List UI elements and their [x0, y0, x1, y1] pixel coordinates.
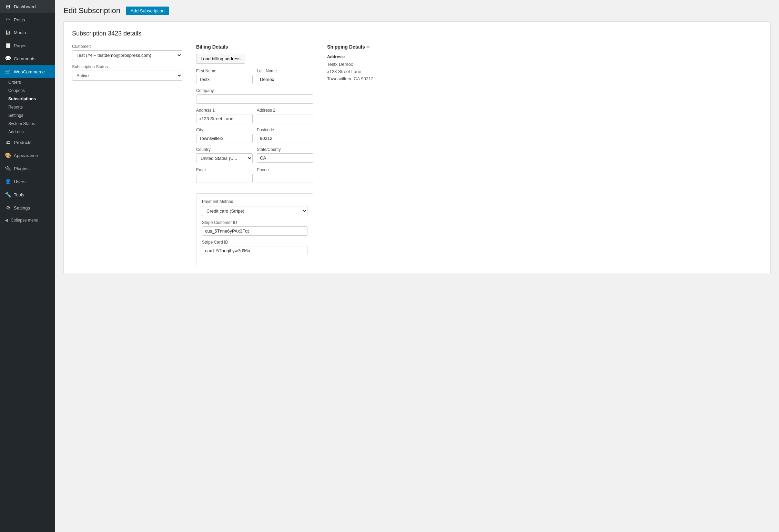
- address2-input[interactable]: [257, 114, 313, 123]
- stripe-card-id-input[interactable]: [202, 246, 307, 255]
- comments-icon: 💬: [5, 55, 11, 62]
- payment-method-select[interactable]: Credit card (Stripe): [202, 206, 307, 216]
- billing-title: Billing Details: [196, 44, 313, 50]
- sidebar-item-comments[interactable]: 💬 Comments: [0, 52, 55, 65]
- sidebar-item-pages[interactable]: 📋 Pages: [0, 39, 55, 52]
- stripe-card-id-label: Stripe Card ID: [202, 240, 307, 245]
- sidebar-item-posts[interactable]: ✏ Posts: [0, 13, 55, 26]
- city-field: City: [196, 127, 253, 143]
- first-name-field: First Name: [196, 69, 253, 84]
- address2-label: Address 2: [257, 108, 313, 113]
- stripe-customer-id-field: Stripe Customer ID: [202, 220, 307, 236]
- sidebar-item-users[interactable]: 👤 Users: [0, 175, 55, 188]
- shipping-edit-icon[interactable]: ✏: [366, 44, 370, 50]
- phone-field: Phone: [257, 167, 313, 183]
- users-icon: 👤: [5, 178, 11, 185]
- appearance-icon: 🎨: [5, 152, 11, 158]
- address2-field: Address 2: [257, 108, 313, 123]
- email-phone-row: Email Phone: [196, 167, 313, 187]
- page-header: Edit Subscription Add Subscription: [63, 6, 771, 15]
- posts-icon: ✏: [5, 17, 11, 23]
- address1-label: Address 1: [196, 108, 253, 113]
- shipping-street: x123 Street Lane: [327, 69, 361, 74]
- sidebar-item-products[interactable]: 🏷 Products: [0, 136, 55, 149]
- customer-select[interactable]: Test (#4 – testdemo@prospress.com): [72, 50, 182, 60]
- subscription-card-title: Subscription 3423 details: [72, 30, 762, 37]
- shipping-title: Shipping Details: [327, 44, 365, 50]
- sidebar-item-add-ons[interactable]: Add-ons: [5, 128, 55, 136]
- sidebar-item-settings[interactable]: ⚙ Settings: [0, 201, 55, 214]
- country-state-row: Country United States (U... State/County: [196, 147, 313, 167]
- city-label: City: [196, 127, 253, 132]
- stripe-customer-id-label: Stripe Customer ID: [202, 220, 307, 225]
- payment-method-field: Credit card (Stripe): [202, 206, 307, 216]
- products-icon: 🏷: [5, 140, 11, 145]
- last-name-input[interactable]: [257, 75, 313, 84]
- form-left-section: Customer: Test (#4 – testdemo@prospress.…: [72, 44, 182, 265]
- status-field-group: Subscription Status: Active: [72, 64, 182, 81]
- sidebar-item-tools[interactable]: 🔧 Tools: [0, 188, 55, 201]
- sidebar-item-woo-settings[interactable]: Settings: [5, 111, 55, 120]
- email-field: Email: [196, 167, 253, 183]
- sidebar: ⊞ Dashboard ✏ Posts 🖼 Media 📋 Pages 💬 Co…: [0, 0, 55, 532]
- last-name-field: Last Name: [257, 69, 313, 84]
- pages-icon: 📋: [5, 42, 11, 49]
- address-row: Address 1 Address 2: [196, 108, 313, 127]
- postcode-label: Postcode: [257, 127, 313, 132]
- shipping-city-state-zip: Townsvillerx, CA 90212: [327, 76, 373, 81]
- plugins-icon: 🔌: [5, 165, 11, 172]
- first-name-input[interactable]: [196, 75, 253, 84]
- shipping-section: Shipping Details ✏ Address: Testx Demox …: [327, 44, 403, 265]
- billing-name-row: First Name Last Name: [196, 69, 313, 88]
- collapse-icon: ◀: [5, 218, 8, 223]
- address1-field: Address 1: [196, 108, 253, 123]
- main-content: Edit Subscription Add Subscription Subsc…: [55, 0, 779, 532]
- sidebar-item-plugins[interactable]: 🔌 Plugins: [0, 162, 55, 175]
- phone-label: Phone: [257, 167, 313, 172]
- load-billing-button[interactable]: Load billing address: [196, 54, 245, 64]
- sidebar-item-reports[interactable]: Reports: [5, 103, 55, 111]
- postcode-input[interactable]: [257, 134, 313, 143]
- email-input[interactable]: [196, 174, 253, 183]
- status-label: Subscription Status:: [72, 64, 182, 69]
- sidebar-item-woocommerce[interactable]: 🛒 WooCommerce: [0, 65, 55, 78]
- sidebar-item-system-status[interactable]: System Status: [5, 120, 55, 128]
- phone-input[interactable]: [257, 174, 313, 183]
- dashboard-icon: ⊞: [5, 3, 11, 10]
- woocommerce-icon: 🛒: [5, 69, 11, 75]
- address1-input[interactable]: [196, 114, 253, 123]
- collapse-menu-button[interactable]: ◀ Collapse menu: [0, 214, 55, 226]
- stripe-customer-id-input[interactable]: [202, 226, 307, 236]
- country-field: Country United States (U...: [196, 147, 253, 163]
- country-label: Country: [196, 147, 253, 152]
- subscription-card: Subscription 3423 details Customer: Test…: [63, 21, 771, 274]
- shipping-address-label: Address:: [327, 54, 403, 60]
- city-postcode-row: City Postcode: [196, 127, 313, 147]
- payment-method-box: Payment Method: Credit card (Stripe) Str…: [196, 193, 313, 265]
- add-subscription-button[interactable]: Add Subscription: [126, 7, 169, 15]
- state-field: State/County: [257, 147, 313, 163]
- country-select[interactable]: United States (U...: [196, 153, 253, 163]
- status-select[interactable]: Active: [72, 71, 182, 81]
- state-input[interactable]: [257, 153, 313, 163]
- payment-method-label: Payment Method:: [202, 199, 307, 204]
- sidebar-item-media[interactable]: 🖼 Media: [0, 26, 55, 39]
- shipping-name: Testx Demox: [327, 62, 353, 67]
- sidebar-item-dashboard[interactable]: ⊞ Dashboard: [0, 0, 55, 13]
- email-label: Email: [196, 167, 253, 172]
- first-name-label: First Name: [196, 69, 253, 73]
- state-label: State/County: [257, 147, 313, 152]
- sidebar-item-coupons[interactable]: Coupons: [5, 86, 55, 95]
- media-icon: 🖼: [5, 30, 11, 35]
- sidebar-item-appearance[interactable]: 🎨 Appearance: [0, 149, 55, 162]
- sidebar-item-orders[interactable]: Orders: [5, 78, 55, 86]
- company-field: Company: [196, 88, 313, 104]
- page-title: Edit Subscription: [63, 6, 120, 15]
- sidebar-item-subscriptions[interactable]: Subscriptions: [5, 95, 55, 103]
- company-label: Company: [196, 88, 313, 93]
- shipping-address: Address: Testx Demox x123 Street Lane To…: [327, 54, 403, 83]
- last-name-label: Last Name: [257, 69, 313, 73]
- company-input[interactable]: [196, 94, 313, 104]
- city-input[interactable]: [196, 134, 253, 143]
- settings-icon: ⚙: [5, 205, 11, 211]
